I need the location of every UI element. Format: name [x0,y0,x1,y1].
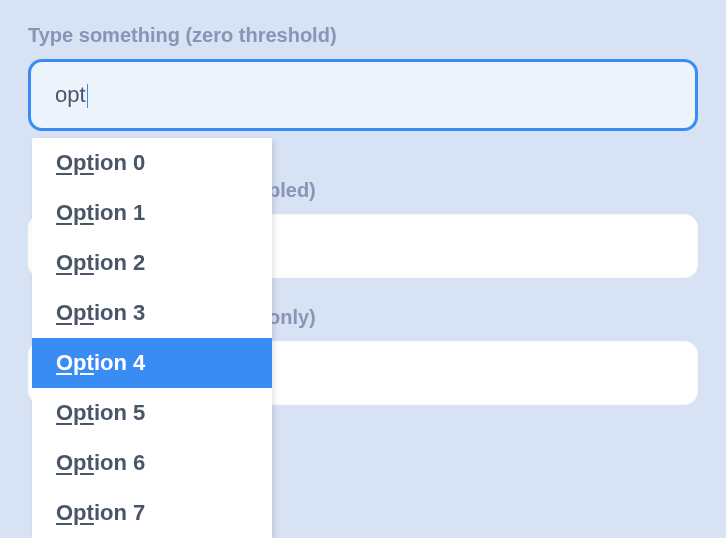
dropdown-option-4[interactable]: Option 4 [32,338,272,388]
option-rest: ion 1 [94,200,145,225]
dropdown-option-1[interactable]: Option 1 [32,188,272,238]
field-label: Type something (zero threshold) [28,24,698,47]
match-text: Opt [56,450,94,475]
autocomplete-field-zero-threshold: Type something (zero threshold) opt Opti… [28,24,698,131]
dropdown-option-3[interactable]: Option 3 [32,288,272,338]
dropdown-option-6[interactable]: Option 6 [32,438,272,488]
dropdown-option-5[interactable]: Option 5 [32,388,272,438]
match-text: Opt [56,400,94,425]
option-rest: ion 3 [94,300,145,325]
option-rest: ion 7 [94,500,145,525]
autocomplete-dropdown: Option 0 Option 1 Option 2 Option 3 Opti… [32,138,272,538]
dropdown-option-0[interactable]: Option 0 [32,138,272,188]
option-rest: ion 5 [94,400,145,425]
option-rest: ion 6 [94,450,145,475]
match-text: Opt [56,300,94,325]
match-text: Opt [56,250,94,275]
option-rest: ion 0 [94,150,145,175]
match-text: Opt [56,200,94,225]
option-rest: ion 4 [94,350,145,375]
match-text: Opt [56,150,94,175]
autocomplete-input[interactable]: opt [28,59,698,131]
option-rest: ion 2 [94,250,145,275]
match-text: Opt [56,500,94,525]
dropdown-option-2[interactable]: Option 2 [32,238,272,288]
text-caret [87,84,88,108]
dropdown-option-7[interactable]: Option 7 [32,488,272,538]
input-text: opt [55,82,86,107]
match-text: Opt [56,350,94,375]
